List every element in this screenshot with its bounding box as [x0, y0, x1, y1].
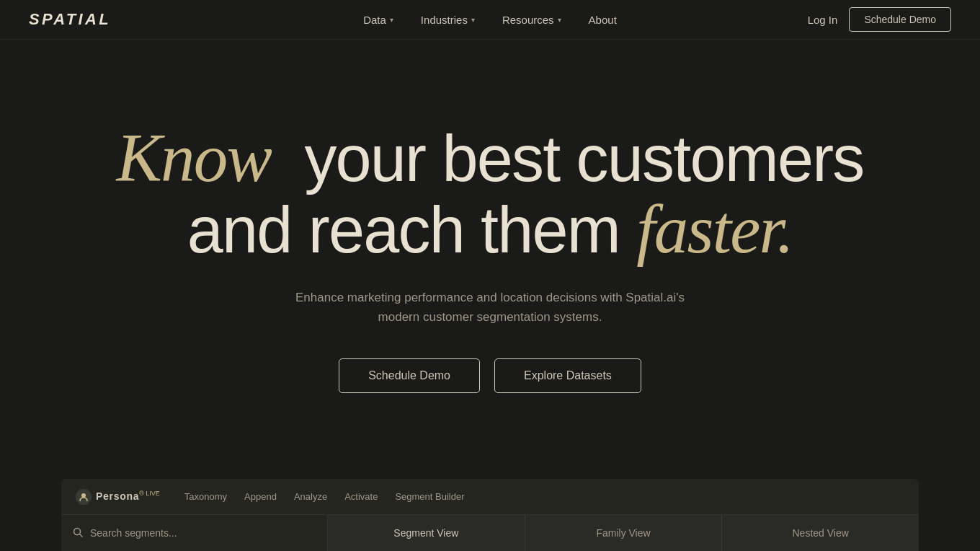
- nav-center: Data ▾ Industries ▾ Resources ▾ About: [353, 9, 627, 30]
- chevron-down-icon: ▾: [558, 16, 561, 24]
- hero-line2: and reach them faster.: [116, 194, 863, 266]
- segment-view-tab[interactable]: Segment View: [328, 515, 525, 551]
- nav-resources-label: Resources: [502, 14, 554, 26]
- hero-section: Know your best customers and reach them …: [0, 0, 980, 476]
- family-view-label: Family View: [596, 527, 650, 539]
- search-segments-input[interactable]: [90, 527, 316, 539]
- widget-content: Segment View Family View Nested View: [61, 515, 919, 551]
- chevron-down-icon: ▾: [390, 16, 393, 24]
- widget-tab-taxonomy[interactable]: Taxonomy: [184, 488, 227, 505]
- svg-line-2: [80, 534, 83, 537]
- widget-search-area: [61, 515, 328, 551]
- persona-brand-label: Persona® LIVE: [96, 490, 160, 503]
- nav-about-label: About: [589, 14, 617, 26]
- family-view-tab[interactable]: Family View: [525, 515, 723, 551]
- svg-point-0: [81, 493, 86, 498]
- logo-text: SPATIAL: [29, 10, 111, 29]
- main-nav: SPATIAL Data ▾ Industries ▾ Resources ▾ …: [0, 0, 980, 40]
- nav-item-resources[interactable]: Resources ▾: [492, 9, 571, 30]
- widget-tab-activate[interactable]: Activate: [344, 488, 378, 505]
- persona-live-badge: ® LIVE: [139, 490, 160, 497]
- hero-title: Know your best customers and reach them …: [116, 123, 863, 267]
- nav-industries-label: Industries: [421, 14, 468, 26]
- persona-icon: [76, 489, 92, 505]
- nested-view-tab[interactable]: Nested View: [722, 515, 919, 551]
- widget-tab-append[interactable]: Append: [244, 488, 277, 505]
- login-link[interactable]: Log In: [808, 14, 838, 26]
- logo[interactable]: SPATIAL: [29, 10, 111, 29]
- persona-logo: Persona® LIVE: [76, 489, 160, 505]
- nav-schedule-demo-button[interactable]: Schedule Demo: [849, 7, 951, 32]
- persona-widget: Persona® LIVE Taxonomy Append Analyze Ac…: [61, 479, 919, 551]
- hero-line1: Know your best customers: [116, 123, 863, 195]
- hero-subtitle: Enhance marketing performance and locati…: [288, 288, 692, 327]
- view-tabs: Segment View Family View Nested View: [328, 515, 919, 551]
- hero-schedule-demo-button[interactable]: Schedule Demo: [339, 358, 480, 393]
- widget-tab-bar: Persona® LIVE Taxonomy Append Analyze Ac…: [61, 479, 919, 515]
- hero-buttons: Schedule Demo Explore Datasets: [339, 358, 641, 393]
- nested-view-label: Nested View: [793, 527, 849, 539]
- nav-right: Log In Schedule Demo: [808, 7, 951, 32]
- hero-know-word: Know: [116, 120, 271, 196]
- widget-tab-analyze[interactable]: Analyze: [294, 488, 327, 505]
- hero-explore-datasets-button[interactable]: Explore Datasets: [494, 358, 641, 393]
- search-icon: [73, 527, 83, 539]
- nav-item-industries[interactable]: Industries ▾: [411, 9, 485, 30]
- hero-faster-word: faster.: [636, 191, 793, 268]
- nav-data-label: Data: [363, 14, 386, 26]
- nav-item-about[interactable]: About: [579, 9, 627, 30]
- chevron-down-icon: ▾: [471, 16, 475, 24]
- widget-tab-segment-builder[interactable]: Segment Builder: [395, 488, 464, 505]
- segment-view-label: Segment View: [393, 527, 458, 539]
- nav-item-data[interactable]: Data ▾: [353, 9, 404, 30]
- persona-text: Persona: [96, 491, 139, 503]
